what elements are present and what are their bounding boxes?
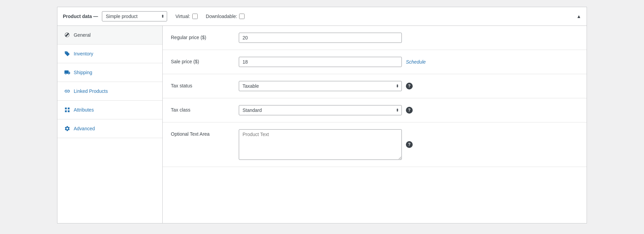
sidebar-item-inventory[interactable]: Inventory: [57, 45, 162, 63]
product-type-select[interactable]: Simple product Variable product Grouped …: [102, 11, 167, 21]
sidebar-linked-products-label: Linked Products: [74, 88, 108, 94]
downloadable-checkbox[interactable]: [239, 14, 245, 19]
regular-price-label: Regular price ($): [171, 33, 239, 40]
truck-icon: [64, 69, 70, 76]
wrench-icon: [64, 32, 70, 38]
downloadable-label[interactable]: Downloadable:: [206, 14, 245, 19]
tax-status-row: Tax status Taxable Shipping only None ⬍ …: [163, 74, 587, 98]
tax-status-input-wrapper: Taxable Shipping only None ⬍ ?: [239, 81, 578, 91]
tax-status-select-wrapper: Taxable Shipping only None ⬍: [239, 81, 402, 91]
regular-price-input[interactable]: [239, 33, 402, 43]
gear-icon: [64, 126, 70, 132]
sale-price-row: Sale price ($) Schedule: [163, 50, 587, 74]
optional-text-area-help-icon[interactable]: ?: [406, 141, 413, 148]
link-icon: [64, 88, 70, 94]
tax-status-select[interactable]: Taxable Shipping only None: [239, 81, 402, 91]
tax-class-row: Tax class Standard Reduced rate Zero rat…: [163, 98, 587, 122]
tax-class-select[interactable]: Standard Reduced rate Zero rate: [239, 105, 402, 115]
tax-status-label: Tax status: [171, 81, 239, 88]
sidebar-item-attributes[interactable]: Attributes: [57, 101, 162, 119]
regular-price-input-wrapper: [239, 33, 578, 43]
tax-status-help-icon[interactable]: ?: [406, 83, 413, 89]
main-content: Regular price ($) Sale price ($) Schedul…: [163, 26, 587, 223]
tax-class-select-wrapper: Standard Reduced rate Zero rate ⬍: [239, 105, 402, 115]
product-type-wrapper: Simple product Variable product Grouped …: [102, 11, 167, 21]
tax-class-help-icon[interactable]: ?: [406, 107, 413, 114]
grid-icon: [64, 107, 70, 113]
product-data-panel: Product data — Simple product Variable p…: [57, 7, 587, 223]
sidebar-item-general[interactable]: General: [57, 26, 162, 45]
sidebar-inventory-label: Inventory: [74, 51, 93, 56]
sidebar-general-label: General: [74, 32, 91, 38]
regular-price-row: Regular price ($): [163, 26, 587, 50]
virtual-checkbox[interactable]: [192, 14, 198, 19]
header-checkboxes: Virtual: Downloadable:: [175, 14, 245, 19]
product-data-header: Product data — Simple product Variable p…: [57, 7, 587, 26]
virtual-label[interactable]: Virtual:: [175, 14, 197, 19]
sidebar: General Inventory Shipping: [57, 26, 163, 223]
product-data-title: Product data —: [63, 14, 98, 19]
tag-icon: [64, 51, 70, 57]
sale-price-label: Sale price ($): [171, 57, 239, 64]
schedule-link[interactable]: Schedule: [406, 59, 426, 65]
product-data-body: General Inventory Shipping: [57, 26, 587, 223]
sidebar-attributes-label: Attributes: [74, 107, 94, 113]
downloadable-label-text: Downloadable:: [206, 14, 237, 19]
sale-price-input-wrapper: Schedule: [239, 57, 578, 67]
sidebar-shipping-label: Shipping: [74, 70, 92, 75]
virtual-label-text: Virtual:: [175, 14, 190, 19]
optional-text-area-row: Optional Text Area ?: [163, 122, 587, 167]
tax-class-input-wrapper: Standard Reduced rate Zero rate ⬍ ?: [239, 105, 578, 115]
sidebar-item-shipping[interactable]: Shipping: [57, 63, 162, 82]
tax-class-label: Tax class: [171, 105, 239, 113]
sidebar-advanced-label: Advanced: [74, 126, 95, 131]
optional-text-area-input-wrapper: ?: [239, 129, 578, 160]
optional-text-area-input[interactable]: [239, 129, 402, 160]
sidebar-item-linked-products[interactable]: Linked Products: [57, 82, 162, 101]
optional-text-area-label: Optional Text Area: [171, 129, 239, 137]
sidebar-item-advanced[interactable]: Advanced: [57, 119, 162, 138]
collapse-icon[interactable]: ▲: [576, 14, 581, 19]
sale-price-input[interactable]: [239, 57, 402, 67]
